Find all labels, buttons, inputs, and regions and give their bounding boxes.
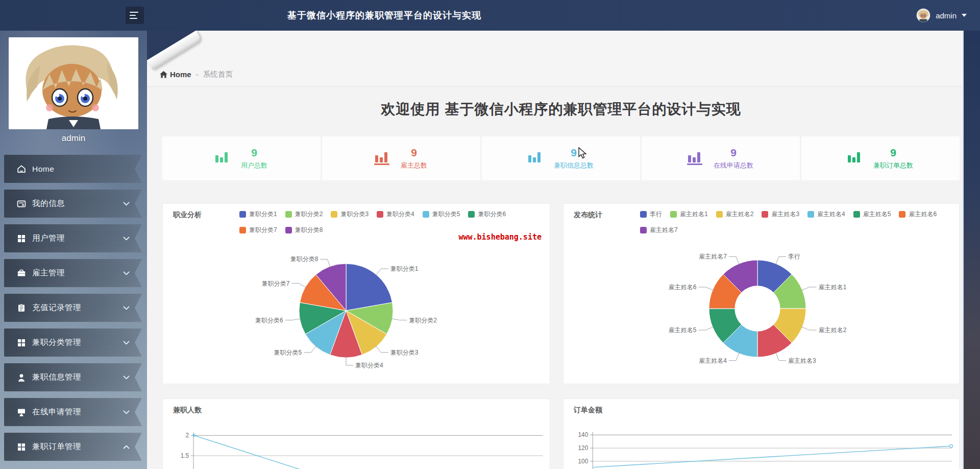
svg-text:兼职分类3: 兼职分类3 [390,349,419,356]
chevron-down-icon [123,375,130,380]
stat-value: 9 [730,147,737,159]
stat-card-1: 9用户总数 [162,136,321,180]
svg-text:雇主姓名5: 雇主姓名5 [669,326,697,334]
stat-label: 雇主总数 [401,161,427,170]
svg-text:140: 140 [578,431,588,438]
stat-card-2: 9雇主总数 [322,136,480,180]
home-icon [16,164,27,174]
home-icon [160,71,167,78]
breadcrumb-current: 系统首页 [203,69,233,79]
chevron-down-icon [123,410,130,414]
stat-value: 9 [571,147,577,159]
panel-publish-stats: 发布统计 李行雇主姓名1雇主姓名2雇主姓名3雇主姓名4雇主姓名5雇主姓名6雇主姓… [563,203,960,384]
line-chart: 140120100 [564,399,959,469]
svg-text:李行: 李行 [788,253,800,260]
svg-text:雇主姓名6: 雇主姓名6 [669,284,697,291]
chevron-up-icon [123,444,130,449]
user-avatar [916,8,930,22]
panel-job-count: 兼职人数 21.5 [162,398,550,469]
sidebar-item-home[interactable]: Home [4,155,142,183]
stat-label: 在线申请总数 [714,161,753,170]
avatar-image [9,37,138,129]
grid-icon [16,233,27,244]
chevron-down-icon [962,14,967,17]
stat-label: 兼职订单总数 [873,161,913,170]
main-content: Home - 系统首页 欢迎使用 基于微信小程序的兼职管理平台的设计与实现 9用… [147,31,964,469]
sidebar-item-my-info[interactable]: 我的信息 [4,190,142,218]
pie-chart: 兼职分类1兼职分类2兼职分类3兼职分类4兼职分类5兼职分类6兼职分类7兼职分类8 [163,204,550,384]
clipboard-icon [16,303,27,313]
stat-card-4: 9在线申请总数 [642,136,800,180]
grid-icon [16,442,27,452]
chevron-down-icon [123,201,130,206]
stat-value: 9 [411,147,417,159]
svg-text:雇主姓名2: 雇主姓名2 [819,326,847,334]
grid-icon [16,338,27,348]
svg-text:兼职分类1: 兼职分类1 [390,265,419,272]
briefcase-icon [16,268,27,278]
bar-chart-icon [215,152,228,165]
sidebar: admin Home我的信息用户管理雇主管理充值记录管理兼职分类管理兼职信息管理… [0,31,147,469]
svg-text:100: 100 [578,458,588,465]
sidebar-item-online-apply[interactable]: 在线申请管理 [4,398,142,426]
breadcrumb: Home - 系统首页 [160,69,233,79]
svg-text:兼职分类8: 兼职分类8 [290,255,318,263]
svg-text:雇主姓名1: 雇主姓名1 [819,284,847,291]
user-icon [16,372,27,383]
svg-text:兼职分类2: 兼职分类2 [409,317,437,324]
sidebar-username: admin [0,133,147,144]
panel-career-analysis: 职业分析 兼职分类1兼职分类2兼职分类3兼职分类4兼职分类5兼职分类6兼职分类7… [162,203,550,384]
svg-text:1.5: 1.5 [181,452,189,459]
svg-text:兼职分类6: 兼职分类6 [255,317,283,324]
donut-chart: 李行雇主姓名1雇主姓名2雇主姓名3雇主姓名4雇主姓名5雇主姓名6雇主姓名7 [564,204,959,384]
chevron-down-icon [123,271,130,275]
sidebar-item-recharge-records[interactable]: 充值记录管理 [4,294,142,322]
stat-label: 兼职信息总数 [554,161,594,170]
svg-text:2: 2 [186,432,189,439]
bar-chart-icon [688,152,700,165]
svg-text:雇主姓名3: 雇主姓名3 [788,357,816,364]
bar-chart-icon [848,152,860,165]
page-title: 欢迎使用 基于微信小程序的兼职管理平台的设计与实现 [162,100,960,119]
stat-card-5: 9兼职订单总数 [801,136,960,180]
bar-chart-icon [528,152,541,165]
sidebar-nav: Home我的信息用户管理雇主管理充值记录管理兼职分类管理兼职信息管理在线申请管理… [0,155,147,461]
breadcrumb-strip: Home - 系统首页 [147,31,963,87]
svg-text:兼职分类7: 兼职分类7 [262,280,290,287]
svg-text:兼职分类4: 兼职分类4 [355,362,383,369]
panel-order-amount: 订单金额 140120100 [563,398,960,469]
svg-text:雇主姓名4: 雇主姓名4 [699,357,727,364]
sidebar-item-job-orders[interactable]: 兼职订单管理 [4,433,142,461]
breadcrumb-home-link[interactable]: Home [160,70,191,79]
mouse-cursor [578,147,587,159]
stat-value: 9 [890,147,896,159]
svg-text:雇主姓名7: 雇主姓名7 [699,253,727,260]
sidebar-item-job-info[interactable]: 兼职信息管理 [4,363,142,391]
username-label: admin [936,11,957,20]
stats-row: 9用户总数9雇主总数9兼职信息总数9在线申请总数9兼职订单总数 [162,136,960,180]
sidebar-item-job-category[interactable]: 兼职分类管理 [4,329,142,357]
chevron-down-icon [123,236,130,241]
stat-card-3: 9兼职信息总数 [482,136,640,180]
bar-chart-icon [375,152,387,165]
line-chart: 21.5 [163,399,550,469]
sidebar-item-employer-mgmt[interactable]: 雇主管理 [4,259,142,287]
id-card-icon [16,199,27,209]
stat-label: 用户总数 [241,161,267,170]
svg-text:120: 120 [578,444,588,452]
sidebar-item-user-mgmt[interactable]: 用户管理 [4,224,142,252]
hamburger-icon[interactable] [126,7,144,24]
user-menu[interactable]: admin [916,0,967,31]
stat-value: 9 [251,147,257,159]
app-title: 基于微信小程序的兼职管理平台的设计与实现 [287,0,481,31]
chevron-down-icon [123,306,130,310]
monitor-icon [16,407,27,417]
top-bar: 基于微信小程序的兼职管理平台的设计与实现 admin [0,0,980,31]
svg-text:兼职分类5: 兼职分类5 [274,349,302,356]
chevron-down-icon [123,340,130,345]
breadcrumb-separator: - [196,70,199,79]
